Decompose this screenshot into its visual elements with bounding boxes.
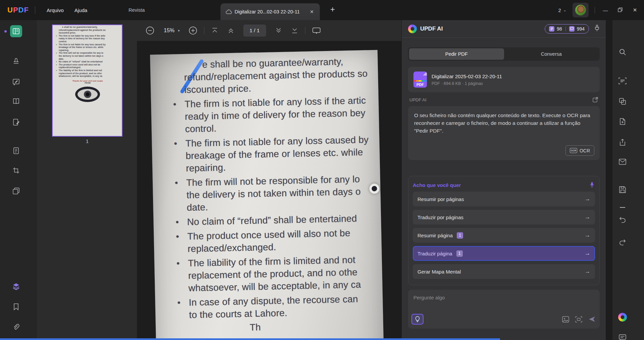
clear-chat-icon[interactable]	[594, 25, 600, 33]
stamp-tool-button[interactable]	[10, 55, 22, 67]
document-text-line: date.	[54, 58, 121, 61]
first-page-icon	[211, 27, 218, 34]
book-view-button[interactable]	[10, 95, 22, 107]
suggestion-gerar-mapa-mental[interactable]: Gerar Mapa Mental →	[413, 264, 595, 279]
convert-button[interactable]	[616, 95, 629, 107]
slides-view-button[interactable]	[10, 185, 22, 197]
undo-button[interactable]	[616, 213, 629, 226]
menu-arquivo[interactable]: Arquivo	[41, 5, 69, 16]
crop-tool-button[interactable]	[10, 164, 22, 177]
last-page-button[interactable]	[291, 27, 298, 34]
document-text-line: The firm is not liable for any loss if t…	[54, 35, 121, 38]
document-text-line: No claim of “refund” shall be entertaine…	[54, 60, 121, 63]
double-chevron-down-icon	[275, 27, 282, 34]
screenshot-button[interactable]	[575, 316, 582, 323]
suggestion-resumir-pagina[interactable]: Resumir página 1 →	[413, 228, 595, 243]
create-pdf-button[interactable]	[616, 115, 629, 128]
page-thumbnail[interactable]: e shall be no guarantee/warranty,refund/…	[52, 25, 122, 137]
mail-button[interactable]	[616, 156, 629, 168]
zoom-out-button[interactable]	[146, 26, 154, 35]
menu-ajuda[interactable]: Ajuda	[69, 5, 93, 16]
suggestion-traduzir-pagina[interactable]: Traduzir página 1 →	[413, 246, 595, 261]
redo-button[interactable]	[616, 236, 629, 248]
chat-credits-icon	[569, 26, 575, 32]
avatar	[575, 5, 586, 15]
zoom-in-button[interactable]	[189, 26, 197, 35]
save-button[interactable]	[616, 184, 629, 196]
tab-digitalizar[interactable]: Digitalizar 20...02-03 22-20-11 ✕	[220, 3, 320, 20]
updf-ai-panel: UPDF AI 98 994 Pedir	[401, 20, 606, 340]
search-button[interactable]	[616, 46, 629, 58]
collapse-button[interactable]	[616, 201, 629, 213]
pin-icon[interactable]	[589, 182, 595, 188]
doc-credits-count: 98	[557, 26, 562, 32]
ask-input-card	[408, 290, 600, 329]
close-window-button[interactable]: ✕	[631, 7, 639, 13]
document-canvas[interactable]: e shall be no guarantee/warranty,refund/…	[137, 41, 401, 340]
updf-ai-button[interactable]	[616, 311, 629, 323]
titlebar-right: 2 ⌄ — ✕	[558, 0, 639, 20]
window-count-dropdown[interactable]: 2 ⌄	[558, 7, 566, 13]
document-text-line: ready in time of delivery for the reason…	[54, 37, 121, 40]
suggestion-traduzir-por-paginas[interactable]: Traduzir por páginas →	[413, 210, 595, 225]
document-text-line: No claim of “refund” shall be entertaine…	[187, 211, 389, 228]
first-page-button[interactable]	[211, 27, 218, 34]
share-button[interactable]	[616, 136, 629, 148]
toolbar-divider	[204, 27, 204, 34]
edit-page-button[interactable]	[10, 116, 22, 128]
page-edit-icon	[12, 118, 20, 126]
layers-panel-button[interactable]	[10, 280, 22, 292]
zoom-dropdown-icon[interactable]: ▾	[178, 29, 180, 33]
window-count: 2	[558, 7, 561, 13]
previous-page-button[interactable]	[227, 27, 235, 34]
new-document-icon	[619, 118, 626, 125]
left-toolbar	[0, 20, 37, 340]
send-button[interactable]	[588, 316, 596, 323]
open-external-icon[interactable]	[592, 97, 598, 103]
tab-conversa[interactable]: Conversa	[504, 48, 599, 60]
thumbnail-text-lines: e shall be no guarantee/warranty,refund/…	[54, 26, 121, 78]
arrow-right-icon: →	[585, 268, 590, 275]
reader-mode-button[interactable]	[10, 25, 22, 37]
ocr-tool-button[interactable]	[616, 75, 629, 87]
ocr-icon: OCR	[570, 148, 577, 153]
tab-revista[interactable]: Revista	[129, 0, 145, 20]
comment-tool-button[interactable]	[10, 76, 22, 88]
ai-message-bubble: O seu ficheiro não contém qualquer conte…	[408, 106, 600, 160]
new-tab-button[interactable]: +	[330, 5, 335, 14]
insert-image-button[interactable]	[562, 316, 569, 323]
tab-pedir-pdf[interactable]: Pedir PDF	[409, 48, 504, 60]
next-page-button[interactable]	[275, 27, 282, 34]
credits-badge[interactable]: 98 994	[545, 24, 589, 34]
ask-input[interactable]	[413, 294, 595, 301]
page-badge: 1	[457, 232, 463, 239]
sender-label: UPDF AI	[409, 97, 592, 102]
bookmarks-panel-button[interactable]	[10, 301, 22, 313]
updf-logo: UPDF	[7, 6, 29, 14]
attachments-panel-button[interactable]	[10, 321, 22, 333]
zoom-in-icon	[189, 26, 197, 35]
comments-button[interactable]	[616, 332, 629, 340]
document-text: e shall be no guarantee/warranty,refund/…	[184, 54, 391, 335]
suggestions-toggle-button[interactable]	[411, 314, 424, 325]
zoom-level[interactable]: 15%	[164, 28, 175, 34]
minimize-button[interactable]: —	[601, 7, 610, 13]
ocr-button[interactable]: OCR OCR	[565, 145, 594, 156]
page-indicator[interactable]: 1 / 1	[243, 25, 266, 37]
document-icon	[12, 147, 20, 154]
thumbnail-page-number: 1	[52, 138, 122, 144]
presentation-mode-button[interactable]	[312, 27, 321, 34]
account-button[interactable]	[573, 3, 589, 17]
doc-credits-icon	[549, 26, 554, 32]
organize-pages-button[interactable]	[10, 145, 22, 157]
document-text-line: The firm will not be responsible for any…	[54, 52, 121, 55]
file-card[interactable]: PDF Digitalizar 2025-02-03 22-20-11 PDF …	[408, 67, 600, 92]
send-icon	[588, 316, 596, 323]
layers-icon	[12, 282, 20, 290]
tab-close-icon[interactable]: ✕	[308, 8, 316, 15]
suggestion-resumir-por-paginas[interactable]: Resumir por páginas →	[413, 192, 595, 206]
restore-button[interactable]	[616, 7, 625, 13]
logo-letter: F	[24, 6, 29, 14]
ai-mode-tabs: Pedir PDF Conversa	[408, 47, 600, 61]
double-chevron-up-icon	[227, 27, 235, 34]
